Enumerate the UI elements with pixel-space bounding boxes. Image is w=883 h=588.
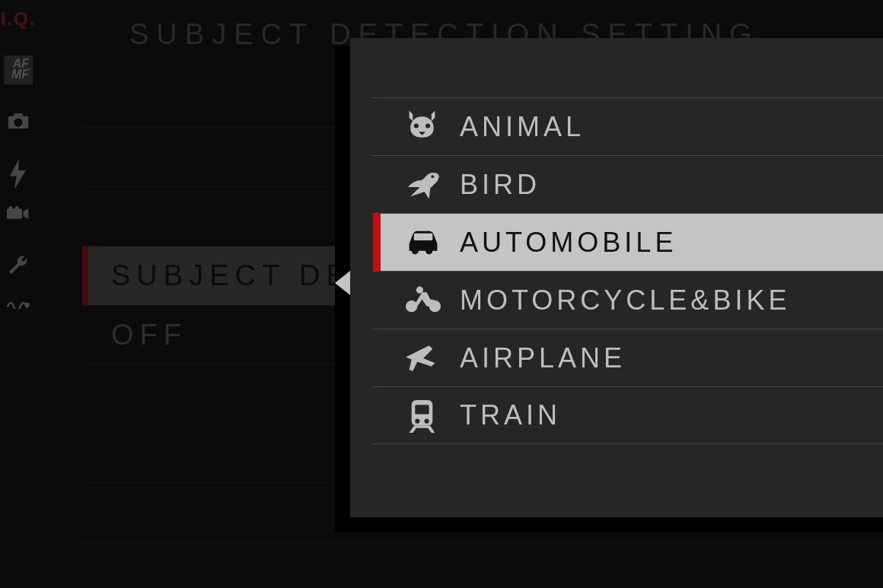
motorcycle-icon	[402, 283, 445, 318]
flash-icon[interactable]	[7, 159, 30, 179]
camera-icon[interactable]	[7, 112, 30, 132]
tab-image-quality[interactable]: I.Q.	[1, 11, 37, 28]
svg-point-2	[15, 206, 19, 210]
subject-option-automobile[interactable]: AUTOMOBILE	[373, 213, 883, 271]
subject-option-label: AUTOMOBILE	[460, 227, 677, 259]
wave-icon[interactable]	[7, 300, 30, 320]
tab-af-mf[interactable]: AF MF	[4, 56, 33, 84]
svg-rect-0	[7, 208, 22, 218]
subject-option-airplane[interactable]: AIRPLANE	[373, 329, 883, 386]
wrench-icon[interactable]	[7, 253, 30, 273]
automobile-icon	[402, 225, 445, 260]
train-icon	[402, 398, 445, 433]
subject-option-label: MOTORCYCLE&BIKE	[460, 284, 790, 316]
svg-point-1	[9, 206, 13, 210]
subject-option-label: TRAIN	[460, 399, 561, 431]
subject-option-motorcycle-bike[interactable]: MOTORCYCLE&BIKE	[373, 271, 883, 329]
subject-option-label: AIRPLANE	[460, 342, 626, 374]
bird-icon	[402, 167, 445, 202]
subject-option-train[interactable]: TRAIN	[373, 386, 883, 444]
subject-option-bird[interactable]: BIRD	[373, 155, 883, 213]
subject-type-popup: ANIMALBIRDAUTOMOBILEMOTORCYCLE&BIKEAIRPL…	[350, 38, 883, 517]
animal-icon	[402, 110, 445, 145]
subject-option-animal[interactable]: ANIMAL	[373, 97, 883, 155]
menu-sidebar: I.Q. AF MF	[0, 0, 37, 588]
popup-arrow-left-icon	[335, 271, 350, 295]
tab-mf-label: MF	[8, 69, 29, 80]
airplane-icon	[402, 341, 445, 376]
settings-row-label: OFF	[82, 319, 187, 351]
movie-icon[interactable]	[7, 206, 30, 226]
subject-option-label: BIRD	[460, 169, 540, 201]
subject-option-label: ANIMAL	[460, 111, 585, 143]
